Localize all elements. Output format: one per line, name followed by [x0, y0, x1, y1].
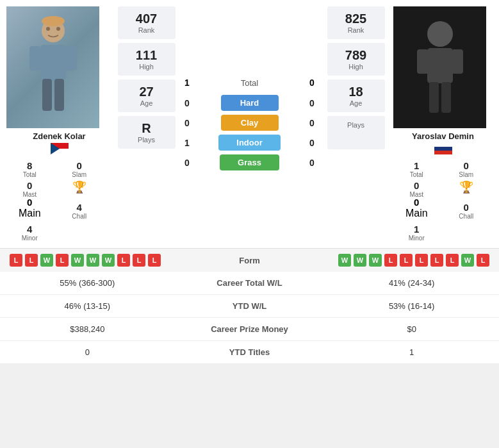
stats-right-value: 53% (16-14)	[324, 295, 499, 318]
form-badge-w: W	[354, 254, 366, 267]
right-trophy-icon-area: 🏆	[443, 180, 490, 198]
right-stat-minor: 1 Minor	[393, 224, 440, 242]
stats-left-value: 55% (366-300)	[0, 272, 175, 295]
left-stat-total: 8 Total	[6, 160, 53, 178]
right-age-box: 18 Age	[327, 79, 385, 112]
svg-rect-4	[42, 79, 52, 111]
stats-row: $388,240Career Prize Money$0	[0, 318, 499, 341]
main-container: Zdenek Kolar 8 Total 0 S	[0, 0, 499, 364]
players-layout: Zdenek Kolar 8 Total 0 S	[0, 0, 499, 248]
svg-rect-1	[40, 45, 66, 80]
stats-left-value: $388,240	[0, 318, 175, 341]
hard-button[interactable]: Hard	[221, 95, 279, 111]
stats-row: 46% (13-15)YTD W/L53% (16-14)	[0, 295, 499, 318]
form-badge-l: L	[133, 254, 145, 267]
left-stat-main-area: 0 Main	[6, 197, 53, 220]
left-trophy-icon-area: 🏆	[56, 180, 103, 198]
left-trophy-icon: 🏆	[72, 180, 86, 194]
stats-left-value: 0	[0, 341, 175, 364]
form-badge-l: L	[446, 254, 459, 267]
form-badge-w: W	[369, 254, 382, 267]
right-player-svg	[408, 16, 472, 119]
right-form-badges: WWWLLLLLWL	[338, 254, 489, 267]
surface-row-clay: 0 Clay 0	[181, 115, 318, 131]
total-right-score: 0	[306, 78, 318, 88]
svg-rect-18	[434, 143, 452, 147]
total-label: Total	[193, 78, 306, 88]
form-label: Form	[239, 256, 260, 265]
form-badge-l: L	[10, 254, 22, 267]
surface-row-indoor: 1 Indoor 0	[181, 135, 318, 151]
surface-row-grass: 0 Grass 0	[181, 154, 318, 170]
svg-rect-2	[29, 46, 41, 71]
svg-rect-19	[434, 147, 452, 151]
right-center-col: 825 Rank 789 High 18 Age Plays	[322, 6, 389, 242]
svg-rect-13	[427, 48, 453, 83]
form-badge-w: W	[40, 254, 53, 267]
left-center-col: 407 Rank 111 High 27 Age R Plays	[116, 6, 177, 242]
left-rank-box: 407 Rank	[118, 6, 176, 39]
left-stat-slam: 0 Slam	[56, 160, 103, 178]
form-badge-w: W	[86, 254, 99, 267]
stats-right-value: $0	[324, 318, 499, 341]
svg-rect-16	[429, 82, 439, 113]
form-badge-w: W	[102, 254, 115, 267]
svg-point-12	[427, 21, 453, 47]
stats-table: 55% (366-300)Career Total W/L41% (24-34)…	[0, 272, 499, 364]
svg-rect-20	[434, 151, 452, 154]
svg-point-6	[46, 27, 50, 31]
form-badge-w: W	[338, 254, 351, 267]
left-player-svg	[18, 13, 88, 122]
form-badge-w: W	[71, 254, 84, 267]
stats-right-value: 1	[324, 341, 499, 364]
right-stat-total: 1 Total	[393, 160, 440, 178]
left-stat-chall: 4 Chall	[56, 202, 103, 220]
stats-row: 0YTD Titles1	[0, 341, 499, 364]
form-badge-l: L	[415, 254, 428, 267]
left-high-box: 111 High	[118, 43, 176, 76]
left-player-name-area: Zdenek Kolar	[6, 131, 112, 157]
svg-rect-14	[417, 49, 429, 74]
form-badge-l: L	[477, 254, 489, 267]
left-player-area: Zdenek Kolar 8 Total 0 S	[6, 6, 112, 242]
total-row: 1 Total 0	[181, 78, 318, 88]
form-badge-l: L	[117, 254, 130, 267]
right-stat-mast: 0 Mast	[393, 180, 440, 198]
left-player-photo	[6, 6, 99, 128]
form-section: LLWLWWWLLL Form WWWLLLLLWL	[0, 248, 499, 272]
surface-row-hard: 0 Hard 0	[181, 95, 318, 111]
left-plays-box: R Plays	[118, 116, 176, 149]
stats-left-value: 46% (13-15)	[0, 295, 175, 318]
right-stat-main-area: 0 Main	[393, 197, 440, 220]
form-badge-l: L	[148, 254, 161, 267]
left-stat-mast: 0 Mast	[6, 180, 53, 198]
svg-rect-5	[54, 79, 64, 111]
svg-rect-3	[65, 46, 77, 71]
left-age-box: 27 Age	[118, 79, 176, 112]
left-stat-minor: 4 Minor	[6, 224, 53, 242]
svg-point-7	[56, 27, 60, 31]
right-rank-box: 825 Rank	[327, 6, 385, 39]
left-form-badges: LLWLWWWLLL	[10, 254, 161, 267]
surface-column: 1 Total 0 0 Hard 0 0 Clay 0 1 Indoor 0 0	[181, 6, 318, 242]
right-player-stats: 1 Total 0 Slam 0 Mast 🏆 0 Main	[393, 160, 489, 242]
grass-button[interactable]: Grass	[220, 154, 279, 170]
right-player-name-area: Yaroslav Demin	[393, 131, 493, 157]
right-player-flag	[434, 143, 452, 157]
right-player-area: Yaroslav Demin 1 Total 0	[393, 6, 493, 242]
form-badge-w: W	[461, 254, 474, 267]
stats-row: 55% (366-300)Career Total W/L41% (24-34)	[0, 272, 499, 295]
left-player-flag	[51, 143, 69, 157]
form-badge-l: L	[430, 254, 443, 267]
left-player-stats: 8 Total 0 Slam 0 Mast 🏆 0 Main	[6, 160, 102, 242]
clay-button[interactable]: Clay	[221, 115, 279, 131]
indoor-button[interactable]: Indoor	[218, 135, 280, 151]
right-stat-chall: 0 Chall	[443, 202, 490, 220]
form-badge-l: L	[25, 254, 38, 267]
form-badge-l: L	[400, 254, 413, 267]
svg-point-8	[42, 16, 65, 26]
right-trophy-icon: 🏆	[459, 180, 473, 194]
svg-rect-15	[452, 49, 463, 74]
stats-right-value: 41% (24-34)	[324, 272, 499, 295]
stats-label: YTD W/L	[175, 295, 325, 318]
